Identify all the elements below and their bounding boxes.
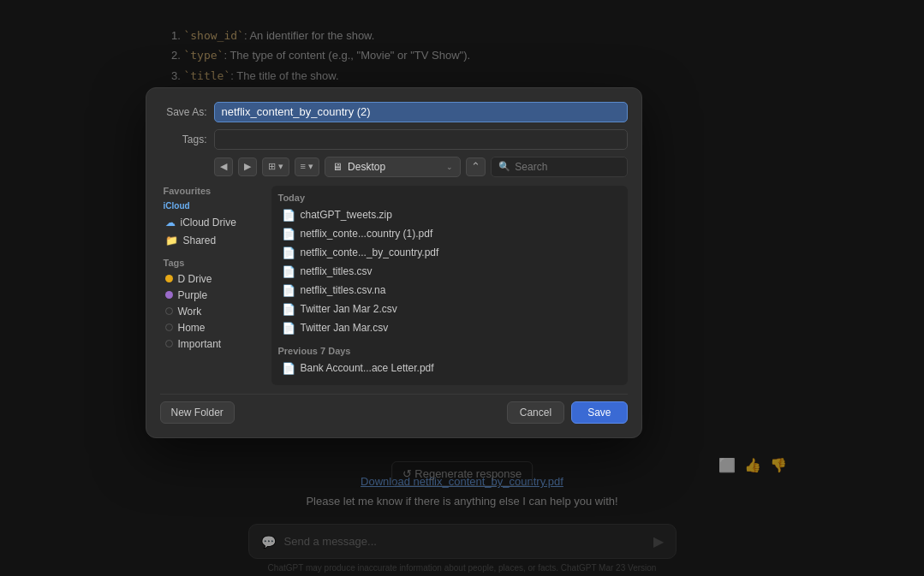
tags-section-title: Tags [160,258,263,268]
file-icon: 📄 [282,303,295,316]
shared-item[interactable]: 📁 Shared [160,232,263,249]
tag-item-ddrive[interactable]: D Drive [160,271,263,287]
tag-label: Important [178,338,222,350]
icloud-drive-item[interactable]: ☁ iCloud Drive [160,214,263,231]
tag-label: Work [178,306,202,318]
file-icon: 📄 [282,246,295,259]
save-button[interactable]: Save [571,401,627,424]
tag-dot-empty [165,324,173,331]
toolbar-row: ◀ ▶ ⊞ ▾ ≡ ▾ 🖥 Desktop ⌄ ⌃ 🔍 [160,157,628,177]
icloud-title: iCloud [160,201,263,211]
file-name: netflix_titles.csv.na [301,284,386,296]
forward-button[interactable]: ▶ [238,157,257,176]
previous-group-label: Previous 7 Days [278,346,621,356]
tag-item-important[interactable]: Important [160,336,263,352]
tags-row: Tags: [160,129,628,150]
file-name: netflix_conte...country (1).pdf [301,228,433,240]
file-icon: 📄 [282,284,295,297]
file-icon: 📄 [282,322,295,335]
dialog-main: Favourites iCloud ☁ iCloud Drive 📁 Share… [160,186,628,385]
file-name: netflix_conte..._by_country.pdf [301,246,439,258]
file-name: chatGPT_tweets.zip [301,209,392,221]
save-as-input[interactable] [214,102,628,122]
search-input[interactable] [515,161,619,173]
tag-item-home[interactable]: Home [160,320,263,336]
save-as-row: Save As: [160,102,628,122]
sort-button[interactable]: ≡ ▾ [295,157,319,176]
tags-label: Tags: [160,134,207,145]
file-item[interactable]: 📄 chatGPT_tweets.zip [278,206,621,224]
file-item[interactable]: 📄 netflix_titles.csv.na [278,282,621,300]
shared-icon: 📁 [165,235,178,246]
shared-label: Shared [183,235,217,246]
file-item[interactable]: 📄 netflix_conte...country (1).pdf [278,225,621,243]
file-item[interactable]: 📄 Bank Account...ace Letter.pdf [278,359,621,377]
tag-label: D Drive [178,273,212,285]
tag-label: Purple [178,289,208,301]
file-name: netflix_titles.csv [301,265,373,277]
save-as-label: Save As: [160,106,207,118]
file-icon: 📄 [282,228,295,240]
file-icon: 📄 [282,265,295,278]
save-dialog: Save As: Tags: ◀ ▶ ⊞ ▾ ≡ ▾ 🖥 Desktop ⌄ ⌃… [146,87,642,438]
cancel-button[interactable]: Cancel [507,401,564,424]
file-item[interactable]: 📄 netflix_conte..._by_country.pdf [278,244,621,262]
file-icon: 📄 [282,362,295,375]
file-item[interactable]: 📄 netflix_titles.csv [278,263,621,281]
file-list: Today 📄 chatGPT_tweets.zip 📄 netflix_con… [271,186,628,385]
file-name: Twitter Jan Mar.csv [301,322,389,334]
search-icon: 🔍 [498,161,510,172]
dialog-overlay: Save As: Tags: ◀ ▶ ⊞ ▾ ≡ ▾ 🖥 Desktop ⌄ ⌃… [0,0,924,576]
search-box: 🔍 [491,157,627,177]
file-name: Twitter Jan Mar 2.csv [301,303,397,315]
view-icon-button[interactable]: ⊞ ▾ [262,157,289,176]
tag-item-work[interactable]: Work [160,304,263,319]
tag-dot-yellow [165,275,173,282]
file-item[interactable]: 📄 Twitter Jan Mar.csv [278,319,621,337]
expand-button[interactable]: ⌃ [466,157,486,176]
file-name: Bank Account...ace Letter.pdf [301,362,434,374]
tags-input[interactable] [214,129,628,150]
tag-dot-empty [165,340,173,347]
file-item[interactable]: 📄 Twitter Jan Mar 2.csv [278,300,621,318]
today-group-label: Today [278,193,621,203]
tag-dot-purple [165,291,173,299]
back-button[interactable]: ◀ [214,157,233,176]
dialog-footer: New Folder Cancel Save [160,394,628,424]
icloud-drive-label: iCloud Drive [181,217,236,229]
favourites-title: Favourites [160,186,263,196]
desktop-icon: 🖥 [332,161,343,173]
tag-item-purple[interactable]: Purple [160,288,263,303]
new-folder-button[interactable]: New Folder [160,401,235,424]
tag-label: Home [178,322,206,334]
icloud-drive-icon: ☁ [165,217,176,229]
chevron-down-icon: ⌄ [446,163,453,171]
file-icon: 📄 [282,209,295,222]
location-name: Desktop [348,161,441,173]
dialog-sidebar: Favourites iCloud ☁ iCloud Drive 📁 Share… [160,186,263,385]
footer-actions: Cancel Save [507,401,628,424]
location-selector[interactable]: 🖥 Desktop ⌄ [325,157,461,177]
tag-dot-empty [165,307,173,315]
